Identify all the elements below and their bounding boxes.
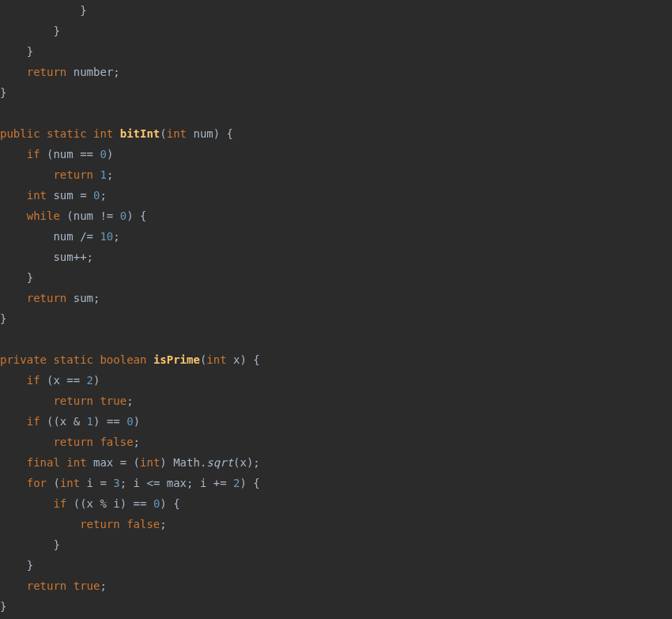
code-token: 0 (100, 148, 106, 160)
code-token: for (27, 477, 54, 489)
code-token: } (0, 45, 33, 58)
code-token: isPrime (153, 353, 200, 366)
code-token: (x == (47, 374, 87, 387)
code-token (0, 456, 27, 469)
code-token: sqrt (206, 456, 233, 469)
code-token: int (60, 477, 87, 489)
code-token: ; (160, 518, 166, 530)
code-token: ; (126, 394, 133, 407)
code-token: while (27, 209, 67, 222)
code-token: 0 (120, 209, 126, 222)
code-token: bitInt (120, 127, 160, 140)
code-token: int (27, 189, 54, 202)
code-token (0, 209, 27, 222)
code-token: public static int (0, 127, 120, 140)
code-token: return (27, 66, 74, 78)
code-token: number; (74, 66, 120, 78)
code-token (0, 66, 27, 78)
code-token (0, 168, 53, 181)
code-token: sum++; (0, 251, 93, 263)
code-token: sum = (53, 189, 93, 202)
code-token: return (27, 292, 74, 304)
code-token: if (53, 497, 73, 510)
code-token (0, 189, 27, 202)
code-token: 1 (87, 415, 93, 428)
code-token: return (53, 168, 100, 181)
code-token: max = ( (93, 456, 140, 469)
code-token: ) Math. (160, 456, 206, 469)
code-token: } (0, 559, 33, 572)
code-token: (num == (47, 148, 100, 160)
code-token: ; (134, 436, 140, 448)
code-token: ) { (240, 477, 259, 489)
code-token: int (167, 127, 194, 140)
code-token: } (0, 538, 60, 551)
code-token: int (206, 353, 233, 366)
code-token (0, 579, 27, 592)
code-token: ) == (93, 415, 126, 428)
code-token: ; (100, 189, 106, 202)
code-token: 2 (87, 374, 93, 387)
code-token: ) { (160, 497, 179, 510)
code-token: ( (53, 477, 59, 489)
code-token: ) { (126, 209, 146, 222)
code-token (0, 374, 27, 387)
code-token: return true (27, 579, 100, 592)
code-token (0, 148, 27, 160)
code-token: return false (80, 518, 160, 530)
code-token: private static boolean (0, 353, 153, 366)
code-token: num) { (193, 127, 233, 140)
code-token (0, 292, 27, 304)
code-token: } (0, 600, 6, 613)
code-token: num /= (0, 230, 100, 243)
code-token: ((x & (47, 415, 87, 428)
code-token: return false (53, 436, 133, 448)
code-token: 3 (113, 477, 119, 489)
code-token: if (27, 148, 47, 160)
code-token: i = (87, 477, 114, 489)
code-token: } (0, 271, 33, 284)
code-token: final int (27, 456, 93, 469)
code-token: int (140, 456, 160, 469)
code-token: } (0, 4, 87, 17)
code-token: if (27, 415, 47, 428)
code-token: ((x % i) == (74, 497, 153, 510)
code-token: ) (134, 415, 140, 428)
code-token: 10 (100, 230, 113, 243)
code-token: sum; (74, 292, 100, 304)
code-token: return true (53, 394, 126, 407)
code-token: if (27, 374, 47, 387)
code-token: 0 (126, 415, 133, 428)
code-token: } (0, 86, 6, 99)
code-token (0, 436, 53, 448)
code-token: ; (113, 230, 119, 243)
code-token: x) { (233, 353, 260, 366)
code-token: } (0, 312, 6, 325)
code-token: 1 (100, 168, 106, 181)
code-token: (x); (233, 456, 260, 469)
code-token: ; (100, 579, 106, 592)
code-token (0, 497, 53, 510)
code-token: ( (160, 127, 166, 140)
code-editor-content[interactable]: } } } return number; } public static int… (0, 0, 672, 617)
code-token: ) (107, 148, 113, 160)
code-token (0, 518, 80, 530)
code-token: } (0, 25, 60, 37)
code-token (0, 477, 27, 489)
code-token: ; i <= max; i += (120, 477, 233, 489)
code-token: ) (93, 374, 100, 387)
code-token (0, 415, 27, 428)
code-token: ; (107, 168, 113, 181)
code-token (0, 394, 53, 407)
code-token: (num != (66, 209, 119, 222)
